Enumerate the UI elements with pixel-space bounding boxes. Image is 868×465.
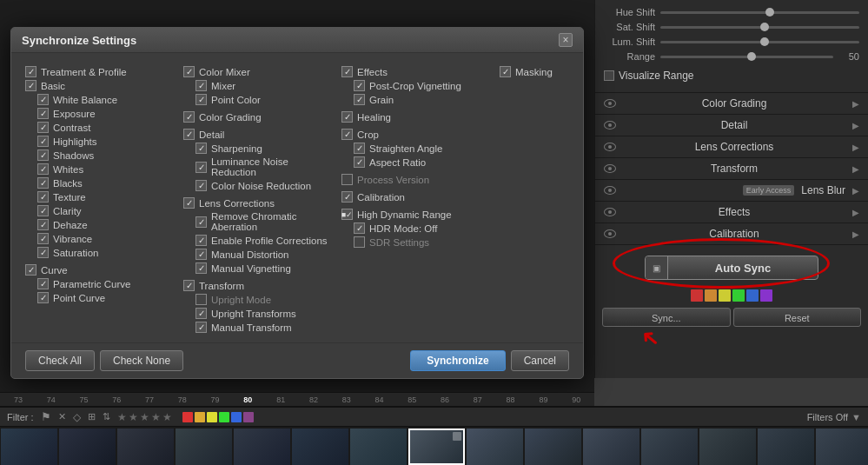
mixer-checkbox[interactable] [195, 80, 207, 91]
masking-checkbox[interactable] [500, 66, 511, 77]
point-curve-checkbox[interactable] [37, 292, 49, 303]
lum-shift-track[interactable] [660, 41, 859, 43]
visualize-range-row[interactable]: Visualize Range [604, 66, 859, 85]
swatch-yellow[interactable] [719, 289, 731, 302]
transform-eye-icon[interactable] [604, 164, 616, 173]
swatch-orange[interactable] [705, 289, 717, 302]
treatment-profile-checkbox[interactable] [25, 66, 36, 77]
lens-corrections-item[interactable]: Lens Corrections [183, 196, 333, 209]
thumb-84[interactable] [641, 428, 698, 465]
synchronize-button[interactable]: Synchronize [410, 350, 505, 371]
lum-shift-thumb[interactable] [760, 37, 769, 46]
lens-corrections-eye-icon[interactable] [604, 143, 616, 151]
saturation-item[interactable]: Saturation [25, 246, 175, 259]
thumb-80[interactable] [408, 428, 465, 465]
white-balance-checkbox[interactable] [37, 94, 49, 105]
detail-section[interactable]: Detail ▶ [595, 115, 868, 136]
process-version-item[interactable]: Process Version [341, 173, 491, 186]
detail-eye-icon[interactable] [604, 121, 616, 130]
sat-shift-thumb[interactable] [760, 23, 769, 31]
swatch-blue[interactable] [746, 289, 759, 302]
upright-transforms-checkbox[interactable] [195, 308, 207, 319]
vibrance-item[interactable]: Vibrance [25, 232, 175, 245]
whites-checkbox[interactable] [37, 163, 49, 175]
exposure-item[interactable]: Exposure [25, 107, 175, 120]
sharpening-item[interactable]: Sharpening [183, 142, 333, 155]
white-balance-item[interactable]: White Balance [25, 93, 175, 106]
lens-corrections-checkbox[interactable] [183, 197, 195, 209]
shadows-checkbox[interactable] [37, 149, 49, 161]
post-crop-checkbox[interactable] [354, 80, 365, 91]
color-grading-eye-icon[interactable] [604, 99, 616, 108]
texture-item[interactable]: Texture [25, 190, 175, 203]
luminance-noise-checkbox[interactable] [195, 162, 207, 173]
hdr-mode-checkbox[interactable] [354, 223, 365, 234]
check-all-button[interactable]: Check All [25, 350, 95, 371]
calibration-item[interactable]: Calibration [341, 190, 491, 203]
upright-transforms-item[interactable]: Upright Transforms [183, 307, 333, 320]
calibration-checkbox[interactable] [341, 191, 353, 203]
dialog-close-button[interactable]: × [559, 33, 573, 47]
thumb-73[interactable] [1, 428, 57, 465]
point-color-checkbox[interactable] [195, 94, 207, 105]
shadows-item[interactable]: Shadows [25, 149, 175, 162]
thumb-82[interactable] [525, 428, 581, 465]
thumb-83[interactable] [583, 428, 639, 465]
point-color-item[interactable]: Point Color [183, 93, 333, 106]
sat-shift-track[interactable] [660, 26, 859, 29]
hdr-checkbox[interactable]: ■ [341, 209, 353, 220]
post-crop-item[interactable]: Post-Crop Vignetting [341, 79, 491, 92]
grid-icon[interactable]: ⊞ [88, 411, 96, 422]
reject-icon[interactable]: ✕ [58, 411, 66, 422]
visualize-checkbox[interactable] [604, 70, 614, 81]
thumb-76[interactable] [176, 428, 232, 465]
exposure-checkbox[interactable] [37, 108, 49, 119]
chromatic-aberration-checkbox[interactable] [195, 216, 207, 228]
color-mixer-item[interactable]: Color Mixer [183, 65, 333, 78]
thumb-86[interactable] [758, 428, 814, 465]
dehaze-checkbox[interactable] [37, 219, 49, 230]
manual-transform-checkbox[interactable] [195, 322, 207, 333]
treatment-profile-item[interactable]: Treatment & Profile [25, 65, 175, 78]
aspect-ratio-item[interactable]: Aspect Ratio [341, 156, 491, 169]
blacks-item[interactable]: Blacks [25, 176, 175, 189]
color-filter-yellow[interactable] [207, 412, 217, 422]
range-track[interactable] [660, 56, 833, 58]
basic-item[interactable]: Basic [25, 79, 175, 92]
contrast-item[interactable]: Contrast [25, 121, 175, 134]
whites-item[interactable]: Whites [25, 163, 175, 176]
swatch-green[interactable] [732, 289, 745, 302]
reset-button[interactable]: Reset [733, 308, 862, 327]
color-mixer-checkbox[interactable] [183, 66, 195, 77]
lens-corrections-section[interactable]: Lens Corrections ▶ [595, 136, 868, 158]
swatch-red[interactable] [691, 289, 703, 302]
healing-item[interactable]: Healing [341, 110, 491, 123]
straighten-checkbox[interactable] [354, 143, 365, 154]
cancel-button[interactable]: Cancel [511, 350, 569, 371]
grain-checkbox[interactable] [354, 94, 365, 105]
highlights-item[interactable]: Highlights [25, 135, 175, 148]
color-filter-red[interactable] [182, 412, 193, 422]
manual-transform-item[interactable]: Manual Transform [183, 321, 333, 334]
color-noise-checkbox[interactable] [195, 180, 207, 191]
detail-item[interactable]: Detail [183, 128, 333, 141]
straighten-item[interactable]: Straighten Angle [341, 142, 491, 155]
auto-sync-toggle-icon[interactable]: ▣ [646, 256, 668, 279]
lens-blur-eye-icon[interactable] [604, 186, 616, 195]
star-1[interactable]: ★ [117, 411, 127, 423]
swatch-purple[interactable] [760, 289, 772, 302]
thumb-77[interactable] [234, 428, 290, 465]
effects-item[interactable]: Effects [341, 65, 491, 78]
grain-item[interactable]: Grain [341, 93, 491, 106]
manual-vignetting-item[interactable]: Manual Vignetting [183, 262, 333, 275]
color-grading-item[interactable]: Color Grading [183, 110, 333, 123]
lens-blur-section[interactable]: Early Access Lens Blur ▶ [595, 180, 868, 202]
color-filter-green[interactable] [219, 412, 229, 422]
sync-button[interactable]: Sync... [602, 308, 731, 327]
hdr-mode-item[interactable]: HDR Mode: Off [341, 222, 491, 235]
sdr-settings-item[interactable]: SDR Settings [341, 236, 491, 249]
detail-checkbox[interactable] [183, 129, 195, 140]
thumb-78[interactable] [292, 428, 348, 465]
curve-item[interactable]: Curve [25, 263, 175, 276]
curve-checkbox[interactable] [25, 264, 36, 276]
